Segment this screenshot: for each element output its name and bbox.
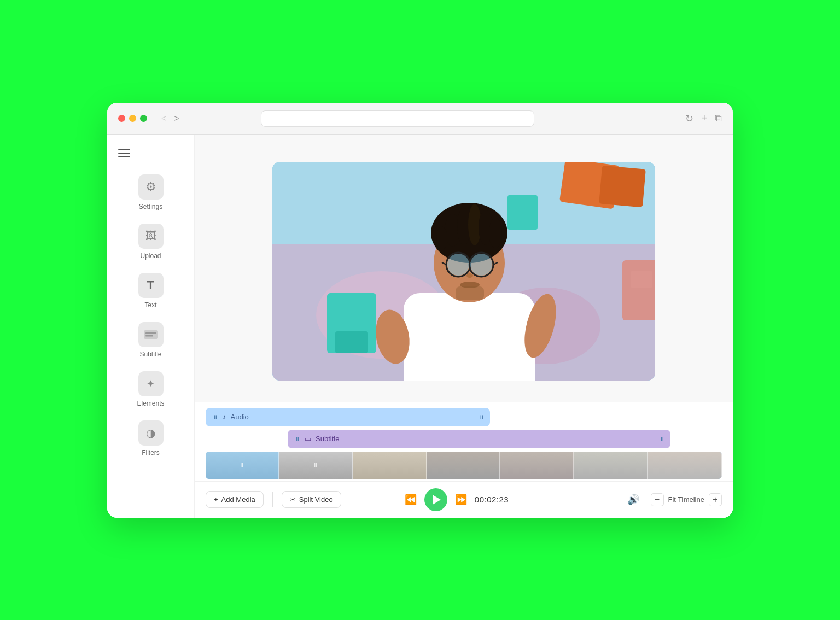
new-tab-button[interactable]: +	[701, 113, 707, 124]
menu-line-3	[118, 156, 130, 157]
traffic-lights	[118, 115, 147, 122]
nav-back-button[interactable]: <	[159, 113, 168, 125]
video-art	[272, 162, 655, 381]
menu-line-2	[118, 153, 130, 154]
zoom-minus-button[interactable]: −	[651, 493, 664, 506]
app-container: < > ↻ + ⧉	[92, 87, 748, 533]
audio-drag-handle: ⏸	[479, 414, 485, 420]
address-bar[interactable]	[261, 110, 534, 127]
video-segment-7	[648, 452, 722, 479]
forward-button[interactable]: ⏩	[455, 494, 467, 506]
split-video-icon: ✂	[290, 495, 296, 504]
browser-window: < > ↻ + ⧉	[107, 103, 733, 518]
svg-rect-12	[335, 331, 368, 353]
audio-track-label: Audio	[231, 413, 249, 421]
settings-label: Settings	[139, 203, 162, 210]
segment-pause-icon-1: ⏸	[238, 461, 245, 469]
sidebar: ⚙ Settings 🖼 Upload T Text	[107, 135, 195, 518]
main-content: ⏸ ♪ Audio ⏸ ⏸ ▭ Subtitle ⏸	[195, 135, 733, 518]
hamburger-menu-button[interactable]	[107, 145, 194, 161]
subtitle-label: Subtitle	[139, 350, 161, 358]
text-label: Text	[144, 301, 156, 309]
controls-separator-2	[645, 492, 645, 507]
svg-rect-15	[404, 293, 535, 381]
svg-rect-5	[599, 166, 646, 208]
add-media-icon: +	[214, 495, 218, 504]
svg-point-25	[489, 218, 502, 248]
segment-pause-icon-2: ⏸	[312, 461, 319, 469]
subtitle-drag-handle: ⏸	[659, 436, 665, 442]
svg-rect-1	[145, 332, 156, 334]
svg-rect-2	[145, 335, 153, 337]
upload-icon: 🖼	[138, 224, 164, 249]
audio-pause-icon: ⏸	[212, 414, 218, 420]
controls-bar: + Add Media ✂ Split Video ⏪ ⏩	[195, 481, 733, 518]
add-media-button[interactable]: + Add Media	[206, 491, 264, 508]
controls-separator-1	[272, 492, 273, 507]
subtitle-track-icon: ▭	[305, 435, 311, 443]
app-layout: ⚙ Settings 🖼 Upload T Text	[107, 135, 733, 518]
close-button[interactable]	[118, 115, 125, 122]
browser-actions: ↻ + ⧉	[685, 113, 722, 125]
refresh-button[interactable]: ↻	[685, 113, 693, 125]
svg-point-30	[470, 254, 492, 276]
elements-icon: ✦	[138, 371, 164, 396]
svg-rect-36	[456, 286, 484, 300]
audio-music-icon: ♪	[223, 413, 226, 421]
elements-label: Elements	[137, 400, 164, 407]
settings-icon: ⚙	[138, 174, 164, 200]
copy-button[interactable]: ⧉	[715, 113, 722, 124]
video-preview-area	[195, 135, 733, 402]
svg-rect-0	[144, 330, 158, 339]
sidebar-item-text[interactable]: T Text	[121, 267, 181, 314]
play-button[interactable]	[424, 488, 447, 511]
filters-label: Filters	[142, 449, 160, 457]
zoom-controls: − Fit Timeline +	[651, 493, 722, 506]
browser-chrome: < > ↻ + ⧉	[107, 103, 733, 135]
timeline-tracks: ⏸ ♪ Audio ⏸ ⏸ ▭ Subtitle ⏸	[206, 408, 722, 481]
sidebar-item-subtitle[interactable]: Subtitle	[121, 317, 181, 364]
split-video-button[interactable]: ✂ Split Video	[282, 491, 341, 508]
svg-point-34	[466, 273, 473, 278]
video-segment-6	[574, 452, 648, 479]
video-segment-5	[500, 452, 574, 479]
time-total: 23	[499, 495, 509, 504]
menu-line-1	[118, 149, 130, 150]
sidebar-item-elements[interactable]: ✦ Elements	[121, 366, 181, 413]
volume-icon[interactable]: 🔊	[627, 494, 639, 506]
playback-controls: ⏪ ⏩ 00:02:23	[405, 488, 509, 511]
nav-arrows: < >	[159, 113, 182, 125]
maximize-button[interactable]	[140, 115, 147, 122]
video-segment-4	[427, 452, 501, 479]
play-icon	[433, 495, 441, 505]
video-strip[interactable]: ⏸ ⏸	[206, 452, 722, 479]
sidebar-item-settings[interactable]: ⚙ Settings	[121, 169, 181, 216]
time-display: 00:02:23	[475, 495, 509, 504]
add-media-label: Add Media	[221, 495, 255, 504]
subtitle-icon	[138, 322, 164, 347]
minimize-button[interactable]	[129, 115, 136, 122]
upload-label: Upload	[140, 252, 161, 260]
svg-point-29	[447, 254, 469, 276]
video-segment-3	[353, 452, 427, 479]
fit-timeline-label: Fit Timeline	[668, 495, 704, 504]
video-segment-2: ⏸	[279, 452, 353, 479]
subtitle-track-label: Subtitle	[316, 435, 339, 443]
rewind-button[interactable]: ⏪	[405, 494, 417, 506]
svg-rect-13	[508, 195, 538, 230]
nav-forward-button[interactable]: >	[172, 113, 181, 125]
hamburger-icon	[118, 149, 183, 157]
text-icon: T	[138, 273, 164, 298]
filters-icon: ◑	[138, 420, 164, 446]
svg-point-26	[436, 226, 447, 250]
video-container	[272, 162, 655, 381]
split-video-label: Split Video	[299, 495, 333, 504]
sidebar-item-filters[interactable]: ◑ Filters	[121, 415, 181, 462]
zoom-plus-button[interactable]: +	[709, 493, 722, 506]
sidebar-item-upload[interactable]: 🖼 Upload	[121, 218, 181, 265]
subtitle-track[interactable]: ⏸ ▭ Subtitle ⏸	[288, 430, 670, 448]
audio-track[interactable]: ⏸ ♪ Audio ⏸	[206, 408, 490, 426]
subtitle-pause-icon: ⏸	[294, 436, 300, 442]
timeline-area: ⏸ ♪ Audio ⏸ ⏸ ▭ Subtitle ⏸	[195, 402, 733, 481]
right-controls: 🔊 − Fit Timeline +	[627, 492, 722, 507]
